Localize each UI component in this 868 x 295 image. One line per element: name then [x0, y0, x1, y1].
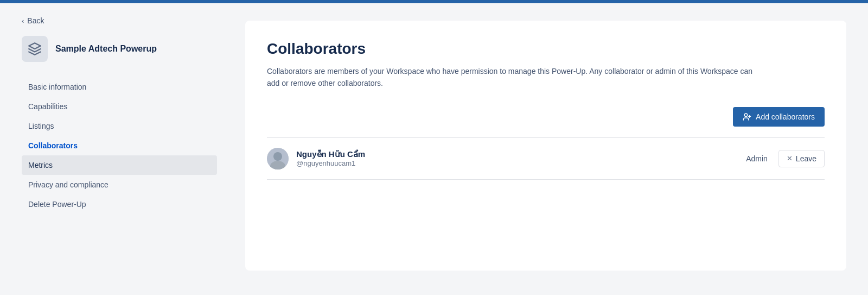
app-name: Sample Adtech Powerup — [55, 44, 157, 54]
sidebar-item-basic-information[interactable]: Basic information — [22, 77, 217, 97]
sidebar-item-capabilities[interactable]: Capabilities — [22, 97, 217, 116]
layout: ‹ Back Sample Adtech Powerup Basic infor… — [0, 3, 868, 295]
page-description: Collaborators are members of your Worksp… — [267, 65, 755, 90]
add-collaborators-label: Add collaborators — [756, 112, 815, 121]
collaborator-role: Admin — [746, 154, 768, 163]
sidebar-nav: Basic information Capabilities Listings … — [22, 77, 228, 214]
add-button-row: Add collaborators — [267, 107, 825, 127]
svg-point-4 — [273, 152, 282, 161]
add-collaborator-icon — [743, 112, 751, 121]
sidebar-item-collaborators[interactable]: Collaborators — [22, 136, 217, 155]
collaborator-name: Nguyễn Hữu Cẩm — [296, 149, 746, 159]
back-chevron-icon: ‹ — [22, 17, 24, 25]
back-label: Back — [27, 16, 44, 25]
sidebar-item-metrics[interactable]: Metrics — [22, 155, 217, 175]
content-card: Collaborators Collaborators are members … — [245, 21, 846, 271]
main-content: Collaborators Collaborators are members … — [228, 3, 868, 295]
svg-point-0 — [744, 114, 747, 116]
avatar-image — [267, 148, 289, 170]
collaborator-username: @nguyenhuucam1 — [296, 159, 746, 167]
add-collaborators-button[interactable]: Add collaborators — [733, 107, 825, 127]
leave-label: Leave — [796, 154, 816, 163]
powerup-icon — [28, 42, 42, 56]
collaborator-info: Nguyễn Hữu Cẩm @nguyenhuucam1 — [296, 149, 746, 167]
leave-button[interactable]: ✕ Leave — [778, 150, 825, 167]
sidebar-item-listings[interactable]: Listings — [22, 116, 217, 136]
sidebar: ‹ Back Sample Adtech Powerup Basic infor… — [0, 3, 228, 295]
sidebar-item-privacy-and-compliance[interactable]: Privacy and compliance — [22, 175, 217, 194]
table-row: Nguyễn Hữu Cẩm @nguyenhuucam1 Admin ✕ Le… — [267, 138, 825, 180]
leave-x-icon: ✕ — [787, 154, 793, 162]
app-icon — [22, 36, 48, 62]
page-title: Collaborators — [267, 40, 825, 58]
collaborator-list: Nguyễn Hữu Cẩm @nguyenhuucam1 Admin ✕ Le… — [267, 137, 825, 180]
avatar — [267, 148, 289, 170]
app-header: Sample Adtech Powerup — [22, 36, 228, 62]
back-link[interactable]: ‹ Back — [22, 16, 228, 25]
sidebar-item-delete-power-up[interactable]: Delete Power-Up — [22, 194, 217, 214]
